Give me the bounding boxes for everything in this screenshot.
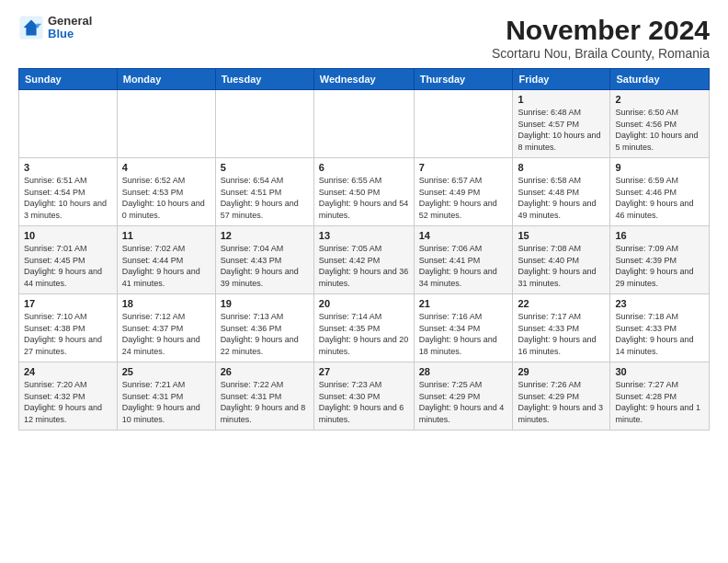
month-title: November 2024 bbox=[492, 15, 710, 46]
day-cell: 15Sunrise: 7:08 AM Sunset: 4:40 PM Dayli… bbox=[513, 226, 610, 294]
day-cell: 30Sunrise: 7:27 AM Sunset: 4:28 PM Dayli… bbox=[610, 362, 710, 431]
day-number: 26 bbox=[221, 366, 309, 377]
day-number: 3 bbox=[24, 162, 112, 173]
week-row-1: 3Sunrise: 6:51 AM Sunset: 4:54 PM Daylig… bbox=[19, 158, 710, 226]
day-cell: 28Sunrise: 7:25 AM Sunset: 4:29 PM Dayli… bbox=[414, 362, 513, 431]
calendar-header: SundayMondayTuesdayWednesdayThursdayFrid… bbox=[19, 69, 710, 90]
day-info: Sunrise: 7:20 AM Sunset: 4:32 PM Dayligh… bbox=[24, 379, 112, 425]
day-cell bbox=[215, 90, 313, 158]
day-number: 19 bbox=[221, 298, 309, 309]
day-cell: 22Sunrise: 7:17 AM Sunset: 4:33 PM Dayli… bbox=[513, 294, 610, 362]
day-info: Sunrise: 7:17 AM Sunset: 4:33 PM Dayligh… bbox=[518, 311, 605, 357]
day-number: 30 bbox=[615, 366, 704, 377]
day-number: 1 bbox=[518, 94, 605, 105]
day-number: 20 bbox=[319, 298, 409, 309]
day-cell: 18Sunrise: 7:12 AM Sunset: 4:37 PM Dayli… bbox=[117, 294, 215, 362]
day-number: 8 bbox=[518, 162, 605, 173]
day-number: 29 bbox=[518, 366, 605, 377]
day-number: 23 bbox=[615, 298, 704, 309]
day-info: Sunrise: 7:10 AM Sunset: 4:38 PM Dayligh… bbox=[24, 311, 112, 357]
day-info: Sunrise: 6:54 AM Sunset: 4:51 PM Dayligh… bbox=[221, 175, 309, 221]
day-number: 5 bbox=[221, 162, 309, 173]
day-info: Sunrise: 7:16 AM Sunset: 4:34 PM Dayligh… bbox=[419, 311, 508, 357]
day-info: Sunrise: 7:01 AM Sunset: 4:45 PM Dayligh… bbox=[24, 243, 112, 289]
day-cell: 19Sunrise: 7:13 AM Sunset: 4:36 PM Dayli… bbox=[215, 294, 313, 362]
day-info: Sunrise: 7:09 AM Sunset: 4:39 PM Dayligh… bbox=[615, 243, 704, 289]
day-info: Sunrise: 7:12 AM Sunset: 4:37 PM Dayligh… bbox=[122, 311, 210, 357]
day-info: Sunrise: 6:58 AM Sunset: 4:48 PM Dayligh… bbox=[518, 175, 605, 221]
day-cell: 21Sunrise: 7:16 AM Sunset: 4:34 PM Dayli… bbox=[414, 294, 513, 362]
week-row-2: 10Sunrise: 7:01 AM Sunset: 4:45 PM Dayli… bbox=[19, 226, 710, 294]
day-number: 16 bbox=[615, 230, 704, 241]
day-number: 15 bbox=[518, 230, 605, 241]
header: General Blue November 2024 Scortaru Nou,… bbox=[18, 15, 710, 61]
day-cell: 3Sunrise: 6:51 AM Sunset: 4:54 PM Daylig… bbox=[19, 158, 118, 226]
day-info: Sunrise: 6:55 AM Sunset: 4:50 PM Dayligh… bbox=[319, 175, 409, 221]
day-number: 17 bbox=[24, 298, 112, 309]
calendar-body: 1Sunrise: 6:48 AM Sunset: 4:57 PM Daylig… bbox=[19, 90, 710, 431]
day-info: Sunrise: 7:02 AM Sunset: 4:44 PM Dayligh… bbox=[122, 243, 210, 289]
day-cell: 5Sunrise: 6:54 AM Sunset: 4:51 PM Daylig… bbox=[215, 158, 313, 226]
day-cell bbox=[19, 90, 118, 158]
week-row-3: 17Sunrise: 7:10 AM Sunset: 4:38 PM Dayli… bbox=[19, 294, 710, 362]
day-number: 28 bbox=[419, 366, 508, 377]
day-number: 21 bbox=[419, 298, 508, 309]
day-number: 13 bbox=[319, 230, 409, 241]
day-cell: 1Sunrise: 6:48 AM Sunset: 4:57 PM Daylig… bbox=[513, 90, 610, 158]
day-number: 7 bbox=[419, 162, 508, 173]
subtitle: Scortaru Nou, Braila County, Romania bbox=[492, 46, 710, 61]
day-number: 6 bbox=[319, 162, 409, 173]
header-cell-wednesday: Wednesday bbox=[313, 69, 414, 90]
day-cell bbox=[313, 90, 414, 158]
day-info: Sunrise: 7:27 AM Sunset: 4:28 PM Dayligh… bbox=[615, 379, 704, 425]
day-info: Sunrise: 7:21 AM Sunset: 4:31 PM Dayligh… bbox=[122, 379, 210, 425]
day-cell: 6Sunrise: 6:55 AM Sunset: 4:50 PM Daylig… bbox=[313, 158, 414, 226]
day-info: Sunrise: 7:13 AM Sunset: 4:36 PM Dayligh… bbox=[221, 311, 309, 357]
header-cell-monday: Monday bbox=[117, 69, 215, 90]
day-cell: 11Sunrise: 7:02 AM Sunset: 4:44 PM Dayli… bbox=[117, 226, 215, 294]
day-cell: 26Sunrise: 7:22 AM Sunset: 4:31 PM Dayli… bbox=[215, 362, 313, 431]
day-cell: 20Sunrise: 7:14 AM Sunset: 4:35 PM Dayli… bbox=[313, 294, 414, 362]
day-cell: 10Sunrise: 7:01 AM Sunset: 4:45 PM Dayli… bbox=[19, 226, 118, 294]
day-info: Sunrise: 7:08 AM Sunset: 4:40 PM Dayligh… bbox=[518, 243, 605, 289]
day-number: 4 bbox=[122, 162, 210, 173]
header-row: SundayMondayTuesdayWednesdayThursdayFrid… bbox=[19, 69, 710, 90]
day-info: Sunrise: 7:04 AM Sunset: 4:43 PM Dayligh… bbox=[221, 243, 309, 289]
day-cell: 8Sunrise: 6:58 AM Sunset: 4:48 PM Daylig… bbox=[513, 158, 610, 226]
day-cell bbox=[117, 90, 215, 158]
day-number: 22 bbox=[518, 298, 605, 309]
day-info: Sunrise: 6:59 AM Sunset: 4:46 PM Dayligh… bbox=[615, 175, 704, 221]
day-cell: 4Sunrise: 6:52 AM Sunset: 4:53 PM Daylig… bbox=[117, 158, 215, 226]
day-cell: 29Sunrise: 7:26 AM Sunset: 4:29 PM Dayli… bbox=[513, 362, 610, 431]
logo-text: General Blue bbox=[48, 15, 92, 41]
day-cell: 2Sunrise: 6:50 AM Sunset: 4:56 PM Daylig… bbox=[610, 90, 710, 158]
calendar-table: SundayMondayTuesdayWednesdayThursdayFrid… bbox=[18, 68, 710, 431]
day-info: Sunrise: 7:05 AM Sunset: 4:42 PM Dayligh… bbox=[319, 243, 409, 289]
day-number: 10 bbox=[24, 230, 112, 241]
day-cell: 12Sunrise: 7:04 AM Sunset: 4:43 PM Dayli… bbox=[215, 226, 313, 294]
header-cell-sunday: Sunday bbox=[19, 69, 118, 90]
day-info: Sunrise: 7:25 AM Sunset: 4:29 PM Dayligh… bbox=[419, 379, 508, 425]
day-number: 18 bbox=[122, 298, 210, 309]
day-cell: 7Sunrise: 6:57 AM Sunset: 4:49 PM Daylig… bbox=[414, 158, 513, 226]
day-number: 12 bbox=[221, 230, 309, 241]
day-number: 27 bbox=[319, 366, 409, 377]
day-cell: 17Sunrise: 7:10 AM Sunset: 4:38 PM Dayli… bbox=[19, 294, 118, 362]
day-cell: 23Sunrise: 7:18 AM Sunset: 4:33 PM Dayli… bbox=[610, 294, 710, 362]
day-number: 9 bbox=[615, 162, 704, 173]
day-number: 24 bbox=[24, 366, 112, 377]
day-number: 25 bbox=[122, 366, 210, 377]
day-info: Sunrise: 7:23 AM Sunset: 4:30 PM Dayligh… bbox=[319, 379, 409, 425]
logo-general: General bbox=[48, 15, 92, 28]
day-info: Sunrise: 6:52 AM Sunset: 4:53 PM Dayligh… bbox=[122, 175, 210, 221]
logo-blue: Blue bbox=[48, 28, 92, 40]
day-cell: 25Sunrise: 7:21 AM Sunset: 4:31 PM Dayli… bbox=[117, 362, 215, 431]
header-cell-tuesday: Tuesday bbox=[215, 69, 313, 90]
day-cell: 27Sunrise: 7:23 AM Sunset: 4:30 PM Dayli… bbox=[313, 362, 414, 431]
page: General Blue November 2024 Scortaru Nou,… bbox=[0, 0, 728, 563]
week-row-0: 1Sunrise: 6:48 AM Sunset: 4:57 PM Daylig… bbox=[19, 90, 710, 158]
day-cell bbox=[414, 90, 513, 158]
logo: General Blue bbox=[18, 15, 92, 41]
header-cell-saturday: Saturday bbox=[610, 69, 710, 90]
day-number: 2 bbox=[615, 94, 704, 105]
